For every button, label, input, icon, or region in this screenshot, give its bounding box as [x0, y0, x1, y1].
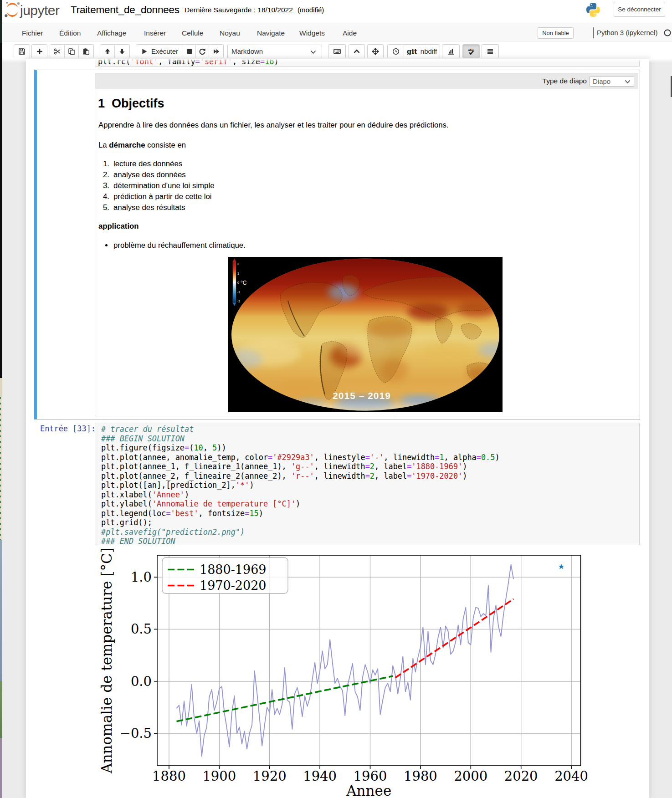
code-token: plt.legend(loc [101, 509, 166, 518]
code-token: plt.plot(annee_1, f_lineaire_1(annee_1), [101, 462, 291, 471]
restart-kernel-button[interactable] [196, 45, 209, 58]
toolbar-group: gitnbdiff [387, 44, 440, 58]
markdown-cell-selected[interactable]: Type de diapo Diapo 1 ObjectifsApprendre… [34, 70, 640, 419]
chart-button[interactable] [442, 45, 459, 58]
code-token-string: 'best' [171, 509, 199, 518]
desktop-sliver-seg [0, 681, 2, 738]
code-token-string: 'Annomalie de temperature [°C]' [152, 499, 296, 508]
code-token-string: '#2929a3' [272, 453, 314, 462]
code-token-string: 'font' [130, 59, 158, 66]
interrupt-kernel-button[interactable] [183, 45, 196, 58]
code-token-string: '1880-1969' [411, 462, 462, 471]
code-line: plt.plot(annee_1, f_lineaire_1(annee_1),… [101, 462, 500, 471]
modified-status: (modifié) [298, 6, 324, 14]
code-token: , linestyle [314, 453, 365, 462]
add-cell-button[interactable] [32, 45, 47, 58]
jupyter-logo-icon[interactable] [5, 1, 20, 18]
move-widget-button[interactable] [368, 45, 383, 58]
git-nbdiff-button[interactable]: gitnbdiff [404, 45, 440, 58]
code-token: , family [158, 59, 195, 66]
menu-aide[interactable]: Aide [343, 29, 357, 37]
jupyter-logo-text[interactable]: jupyter [20, 3, 60, 18]
menu-fichier[interactable]: Fichier [22, 29, 43, 37]
save-button[interactable] [14, 45, 30, 58]
plus-icon [36, 48, 43, 55]
x-tick-label: 2000 [454, 768, 487, 784]
code-line: plt.grid(); [101, 518, 500, 527]
menu-inserer[interactable]: Insérer [144, 29, 166, 37]
menu-cellule[interactable]: Cellule [182, 29, 203, 37]
y-tick-label: 1.0 [131, 569, 152, 585]
cell-type-value: Markdown [231, 47, 263, 55]
y-tick-label: 0.5 [131, 621, 152, 637]
menu-edition[interactable]: Édition [59, 29, 81, 37]
matplotlib-output-plot: 1880190019201940196019802000202020401.00… [98, 549, 588, 798]
code-token-operator: = [365, 462, 370, 471]
desktop-sliver-seg [0, 43, 2, 378]
x-axis-label: Annee [346, 783, 391, 798]
move-cell-up-button[interactable] [100, 45, 115, 58]
list-number: 2. [95, 170, 109, 179]
menu-noyau[interactable]: Noyau [220, 29, 240, 37]
move-cell-down-button[interactable] [115, 45, 129, 58]
code-token-number: 2 [370, 462, 374, 471]
history-button[interactable] [388, 45, 404, 58]
list-item: détermination d'une loi simple [113, 181, 214, 190]
copy-icon [68, 48, 75, 55]
stop-icon [186, 48, 193, 55]
code-line: plt.ylabel('Annomalie de temperature [°C… [101, 499, 500, 509]
kernel-status-icon [664, 29, 671, 36]
markdown-paragraph: Apprendre à lire des données dans un fic… [98, 121, 449, 130]
input-prompt: Entrée [33]: [26, 424, 96, 434]
toolbar-group [100, 44, 130, 58]
list-item: analyse des résultats [113, 203, 185, 212]
spellcheck-button[interactable]: abc [463, 45, 479, 58]
run-cell-button[interactable]: Exécuter [136, 45, 183, 58]
play-icon [141, 48, 148, 55]
code-token: plt.ylabel( [101, 499, 152, 508]
menu-affichage[interactable]: Affichage [97, 29, 126, 37]
code-token-operator: = [435, 453, 439, 462]
desktop-sliver-seg [0, 738, 2, 798]
notebook-site[interactable]: plt.rc('font', family='serif', size=16) … [2, 59, 672, 798]
code-token: , alpha [444, 453, 477, 462]
slide-type-select[interactable]: Diapo [590, 76, 634, 87]
y-axis-label: Annomalie de temperature [°C] [98, 549, 115, 774]
legend-entry: 1970-2020 [200, 578, 267, 593]
cut-cell-button[interactable] [50, 45, 65, 58]
git-label: git [407, 47, 417, 56]
copy-cell-button[interactable] [65, 45, 79, 58]
code-token: , linewidth [314, 471, 365, 481]
code-line: plt.legend(loc='best', fontsize=15) [101, 509, 500, 518]
code-token-number: 15 [249, 509, 258, 518]
code-cell-input[interactable]: # tracer du résultat### BEGIN SOLUTIONpl… [95, 423, 640, 545]
kernel-name: Python 3 (ipykernel) [597, 29, 657, 36]
menu-widgets[interactable]: Widgets [299, 29, 325, 37]
paste-cell-button[interactable] [79, 45, 93, 58]
colorbar-label: 1 [237, 272, 239, 275]
code-line: plt.plot([an],[prediction_2],'*') [101, 481, 500, 490]
code-token-operator: = [365, 453, 370, 462]
slide-type-label: Type de diapo [543, 77, 587, 85]
keyboard-icon [333, 48, 341, 55]
command-palette-button[interactable] [328, 45, 345, 58]
code-token: , fontsize [199, 509, 245, 518]
list-item: lecture des données [113, 159, 182, 169]
cell-type-select[interactable]: Markdown [227, 45, 322, 58]
code-token: ) [495, 453, 499, 462]
menubar: FichierÉditionAffichageInsérerCelluleNoy… [2, 23, 672, 41]
restart-run-all-button[interactable] [209, 45, 223, 58]
collapse-heading-button[interactable] [349, 45, 364, 58]
notebook-title[interactable]: Traitement_de_donnees [71, 4, 180, 16]
code-token-operator: = [245, 509, 249, 518]
trust-status-button[interactable]: Non fiable [538, 27, 574, 39]
colorbar-label: -2 [237, 300, 240, 303]
md-text: consiste en [145, 141, 186, 149]
menu-navigate[interactable]: Navigate [257, 29, 285, 37]
scrolled-code-cell[interactable]: plt.rc('font', family='serif', size=16) [95, 59, 640, 67]
list-number: 1. [95, 159, 109, 169]
toc-button[interactable] [482, 45, 498, 58]
list-icon [487, 48, 494, 55]
list-number: 5. [95, 203, 109, 212]
logout-button[interactable]: Se déconnecter [614, 2, 665, 17]
